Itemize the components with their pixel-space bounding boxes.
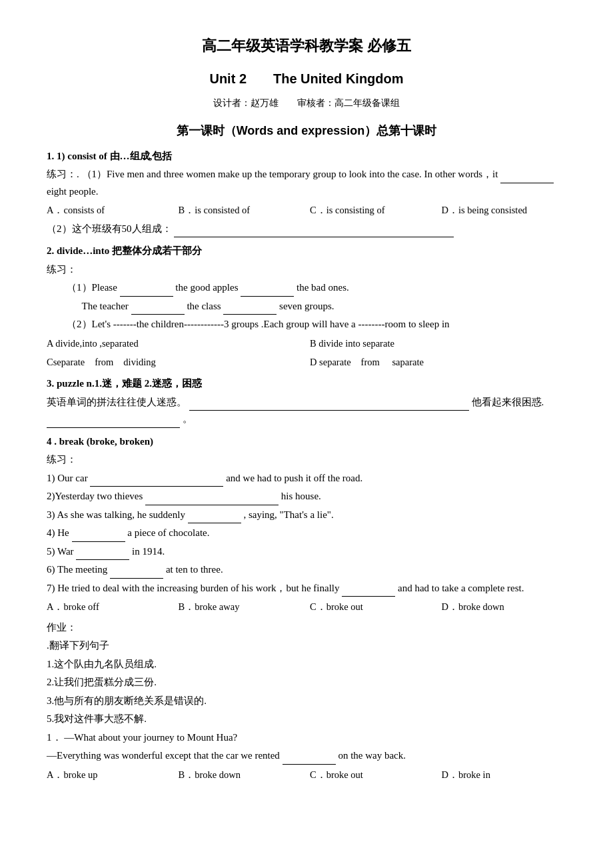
option-a-break: A．broke off (47, 599, 172, 615)
option-b-divide: B divide into separate (310, 335, 566, 352)
homework-title: .翻译下列句子 (47, 637, 566, 655)
blank-divide-2b (223, 305, 277, 315)
blank-break-3 (188, 513, 241, 523)
option-d-final: D．broke in (442, 767, 567, 783)
divide-heading: 2. divide…into 把整体分成若干部分 (47, 243, 566, 260)
blank-puzzle-2 (47, 418, 180, 428)
option-c-consist: C．is consisting of (310, 202, 435, 219)
divide-ex1a: （1）Please the good apples the bad ones. (67, 279, 566, 297)
homework-item-1: 1.这个队由九名队员组成. (47, 656, 566, 673)
homework-item-4: 5.我对这件事大惑不解. (47, 711, 566, 728)
break-item-1: 1) Our car and we had to push it off the… (47, 470, 566, 487)
consist-options: A．consists of B．is consisted of C．is con… (47, 202, 566, 219)
divide-options-row1: A divide,into ,separated B divide into s… (47, 335, 566, 352)
blank-divide-1b (241, 287, 294, 297)
option-d-consist: D．is being consisted (442, 202, 567, 219)
blank-consist-2 (174, 227, 454, 237)
homework-item-3: 3.他与所有的朋友断绝关系是错误的. (47, 693, 566, 710)
break-item-3: 3) As she was talking, he suddenly , say… (47, 507, 566, 524)
unit-title: Unit 2 The United Kingdom (47, 67, 566, 90)
option-c-break: C．broke out (310, 599, 435, 615)
main-title: 高二年级英语学科教学案 必修五 (47, 33, 566, 58)
consist-ex2: （2）这个班级有50人组成： (47, 221, 566, 238)
section-title: 第一课时（Words and expression）总第十课时 (47, 121, 566, 141)
break-options: A．broke off B．broke away C．broke out D．b… (47, 599, 566, 615)
puzzle-heading: 3. puzzle n.1.迷，难题 2.迷惑，困惑 (47, 375, 566, 393)
option-d-break: D．broke down (442, 599, 567, 615)
consist-exercise-intro: 练习：. （1）Five men and three women make up… (47, 166, 566, 200)
break-item-4: 4) He a piece of chocolate. (47, 525, 566, 542)
blank-break-2 (145, 495, 279, 505)
option-a-final: A．broke up (47, 767, 172, 783)
option-b-consist: B．is consisted of (179, 202, 304, 219)
option-c-final: C．broke out (310, 767, 435, 783)
blank-break-4 (72, 532, 125, 542)
option-d-divide: D separate from saparate (310, 354, 566, 371)
consist-heading: 1. 1) consist of 由…组成,包括 (47, 148, 566, 165)
blank-consist-1 (500, 173, 554, 183)
subtitle-row: 设计者：赵万雄 审核者：高二年级备课组 (47, 95, 566, 111)
designer-label: 设计者：赵万雄 (213, 98, 279, 108)
blank-break-6 (110, 569, 163, 579)
blank-final-1 (283, 755, 336, 765)
homework-label: 作业： (47, 619, 566, 637)
break-item-2: 2)Yesterday two thieves his house. (47, 488, 566, 505)
blank-divide-1a (120, 287, 173, 297)
reviewer-label: 审核者：高二年级备课组 (297, 98, 400, 108)
blank-break-7 (342, 587, 395, 597)
divide-exercise-label: 练习： (47, 261, 566, 279)
final-q1: 1． —What about your journey to Mount Hua… (47, 729, 566, 747)
final-q1-answer: —Everything was wonderful except that th… (47, 747, 566, 765)
section-break: 4 . break (broke, broken) 练习： 1) Our car… (47, 433, 566, 615)
break-item-5: 5) War in 1914. (47, 543, 566, 561)
section-divide-into: 2. divide…into 把整体分成若干部分 练习： （1）Please t… (47, 243, 566, 370)
blank-break-5 (76, 550, 129, 560)
break-heading: 4 . break (broke, broken) (47, 433, 566, 451)
section-puzzle: 3. puzzle n.1.迷，难题 2.迷惑，困惑 英语单词的拼法往往使人迷惑… (47, 375, 566, 428)
break-item-7: 7) He tried to deal with the increasing … (47, 580, 566, 597)
option-c-divide: Cseparate from dividing (47, 354, 303, 371)
option-b-final: B．broke down (179, 767, 304, 783)
blank-puzzle-1 (189, 401, 469, 411)
puzzle-exercise: 英语单词的拼法往往使人迷惑。 他看起来很困惑. 。 (47, 394, 566, 428)
break-item-6: 6) The meeting at ten to three. (47, 561, 566, 579)
homework-section: 作业： .翻译下列句子 1.这个队由九名队员组成. 2.让我们把蛋糕分成三份. … (47, 619, 566, 728)
final-options: A．broke up B．broke down C．broke out D．br… (47, 767, 566, 783)
option-a-divide: A divide,into ,separated (47, 335, 303, 352)
option-a-consist: A．consists of (47, 202, 172, 219)
blank-divide-2a (131, 305, 185, 315)
blank-break-1 (90, 477, 223, 487)
homework-item-2: 2.让我们把蛋糕分成三份. (47, 674, 566, 691)
divide-ex1b: The teacher the class seven groups. (82, 298, 567, 315)
section-consist-of: 1. 1) consist of 由…组成,包括 练习：. （1）Five me… (47, 148, 566, 238)
divide-ex2: （2）Let's -------the children------------… (67, 316, 566, 333)
break-exercise-label: 练习： (47, 451, 566, 469)
divide-options-row2: Cseparate from dividing D separate from … (47, 354, 566, 371)
option-b-break: B．broke away (179, 599, 304, 615)
final-exercise: 1． —What about your journey to Mount Hua… (47, 729, 566, 783)
